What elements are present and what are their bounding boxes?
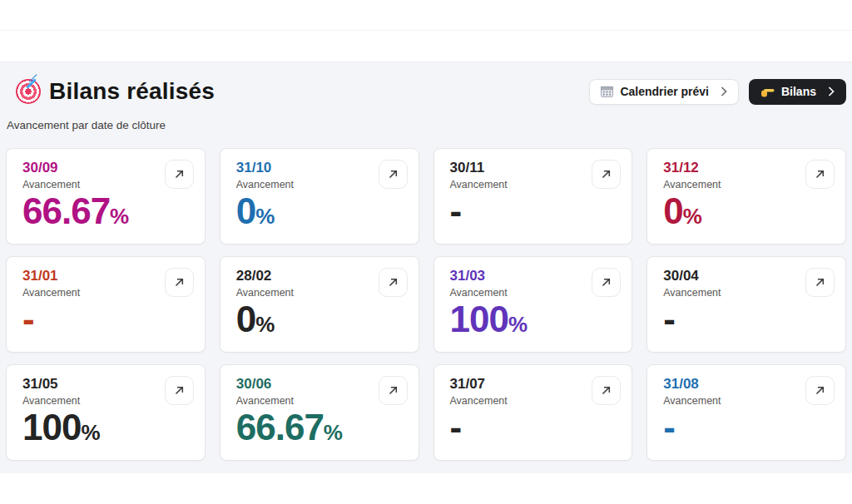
card-value: 100%: [22, 409, 189, 446]
kpi-card: 30/06 Avancement 66.67%: [220, 364, 419, 461]
kpi-card: 30/11 Avancement -: [433, 148, 633, 245]
arrow-up-right-icon: [813, 275, 827, 289]
cards-grid: 30/09 Avancement 66.67% 31/10 Avancement…: [6, 148, 846, 461]
card-value-number: -: [450, 193, 462, 230]
card-value-number: 0: [663, 193, 682, 230]
header-row: Bilans réalisés Calendrier prévi: [6, 75, 846, 108]
card-value-number: -: [22, 301, 34, 338]
card-value: -: [663, 409, 830, 446]
card-date: 30/09: [22, 160, 189, 176]
open-detail-button[interactable]: [592, 268, 621, 297]
card-value: -: [22, 301, 189, 338]
card-value-number: -: [663, 409, 675, 446]
card-value: 0%: [236, 301, 403, 338]
bilans-label: Bilans: [781, 85, 816, 98]
arrow-up-right-icon: [172, 383, 186, 398]
card-value: 66.67%: [22, 193, 189, 230]
arrow-up-right-icon: [386, 275, 400, 289]
calendrier-previ-button[interactable]: Calendrier prévi: [589, 79, 739, 105]
card-value-unit: %: [324, 422, 343, 443]
card-value-unit: %: [81, 422, 100, 443]
calendar-icon: [601, 86, 613, 97]
open-detail-button[interactable]: [805, 160, 835, 189]
open-detail-button[interactable]: [165, 268, 194, 297]
title-wrap: Bilans réalisés: [16, 78, 215, 105]
open-detail-button[interactable]: [379, 268, 408, 297]
card-value: -: [663, 301, 830, 338]
card-value: -: [450, 409, 617, 446]
card-date: 31/01: [22, 268, 189, 284]
open-detail-button[interactable]: [379, 376, 408, 405]
kpi-card: 31/07 Avancement -: [433, 364, 633, 461]
arrow-up-right-icon: [813, 167, 827, 181]
top-bar: [0, 0, 852, 31]
chevron-right-icon: [721, 86, 727, 96]
open-detail-button[interactable]: [805, 268, 835, 297]
chevron-right-icon: [828, 86, 835, 96]
card-date: 30/06: [236, 376, 403, 393]
card-value-unit: %: [255, 314, 275, 335]
open-detail-button[interactable]: [165, 376, 194, 405]
card-value-unit: %: [110, 205, 129, 227]
page-title: Bilans réalisés: [49, 78, 215, 105]
card-label: Avancement: [22, 287, 189, 299]
arrow-up-right-icon: [172, 167, 186, 181]
card-value-unit: %: [508, 314, 528, 335]
arrow-up-right-icon: [386, 167, 400, 181]
header-buttons: Calendrier prévi Bilans: [589, 79, 846, 105]
subtitle: Avancement par date de clôture: [7, 119, 846, 131]
open-detail-button[interactable]: [592, 376, 621, 405]
arrow-up-right-icon: [386, 383, 400, 398]
arrow-up-right-icon: [599, 383, 613, 398]
dashboard-panel: Bilans réalisés Calendrier prévi: [0, 62, 852, 473]
kpi-card: 30/09 Avancement 66.67%: [6, 148, 206, 245]
card-label: Avancement: [22, 179, 189, 190]
open-detail-button[interactable]: [379, 160, 408, 189]
pointing-hand-icon: [760, 86, 775, 97]
card-label: Avancement: [236, 395, 403, 407]
card-label: Avancement: [236, 287, 403, 299]
card-label: Avancement: [236, 179, 403, 190]
card-value: -: [450, 193, 617, 230]
kpi-card: 31/03 Avancement 100%: [433, 256, 633, 353]
card-value: 0%: [663, 193, 830, 230]
open-detail-button[interactable]: [805, 376, 835, 405]
kpi-card: 28/02 Avancement 0%: [220, 256, 419, 353]
card-value-number: -: [663, 301, 675, 338]
card-value-number: -: [450, 409, 462, 446]
card-value-number: 100: [22, 409, 81, 446]
kpi-card: 31/08 Avancement -: [646, 364, 846, 461]
kpi-card: 31/12 Avancement 0%: [646, 148, 846, 245]
kpi-card: 31/01 Avancement -: [6, 256, 206, 353]
card-value-unit: %: [683, 205, 702, 227]
card-label: Avancement: [22, 395, 189, 407]
card-value: 0%: [236, 193, 403, 230]
arrow-up-right-icon: [172, 275, 186, 289]
arrow-up-right-icon: [813, 383, 827, 398]
card-value-number: 66.67: [22, 193, 110, 230]
arrow-up-right-icon: [599, 167, 613, 181]
calendrier-previ-label: Calendrier prévi: [620, 85, 709, 98]
kpi-card: 31/10 Avancement 0%: [220, 148, 419, 245]
card-date: 31/05: [22, 376, 189, 393]
card-value-number: 100: [450, 301, 508, 338]
kpi-card: 31/05 Avancement 100%: [6, 364, 206, 461]
kpi-card: 30/04 Avancement -: [646, 256, 846, 353]
card-value-number: 0: [236, 193, 255, 230]
card-value: 100%: [450, 301, 617, 338]
card-value-number: 0: [236, 301, 255, 338]
target-icon: [16, 79, 41, 104]
open-detail-button[interactable]: [592, 160, 621, 189]
card-date: 28/02: [236, 268, 403, 284]
bilans-button[interactable]: Bilans: [749, 79, 846, 105]
card-value-number: 66.67: [236, 409, 324, 446]
card-date: 31/10: [236, 160, 403, 176]
card-value: 66.67%: [236, 409, 403, 446]
top-spacer: [0, 31, 852, 62]
open-detail-button[interactable]: [165, 160, 194, 189]
arrow-up-right-icon: [599, 275, 613, 289]
card-value-unit: %: [255, 205, 275, 227]
